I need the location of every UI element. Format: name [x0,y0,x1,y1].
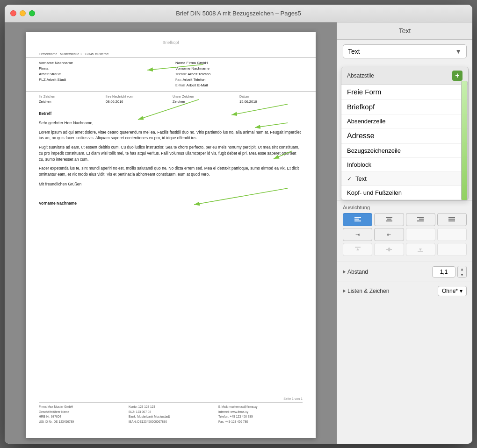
page-number: Seite 1 von 1 [39,397,303,400]
abstand-input[interactable] [432,266,455,277]
svg-rect-10 [419,219,424,220]
absatzstile-section: Absatzstile + Freie Form Briefkopf Absen… [337,67,472,200]
subject: Betreff [39,111,303,117]
sender-line: Firmenname · Musterstraße 1 · 12345 Must… [26,52,316,57]
window-title: Brief DIN 5008 A mit Bezugszeichen – Pag… [176,10,301,17]
alignment-row-2: ⇥ ⇤ [343,228,467,241]
svg-rect-3 [354,220,361,221]
abstand-label: Abstand [343,269,368,275]
align-ghost-2 [437,228,467,241]
text-tab[interactable]: Text [337,22,472,40]
svg-rect-19 [386,249,392,250]
dropdown-arrow-icon: ▼ [455,48,462,55]
listen-row: Listen & Zeichen Ohne* ▾ [343,286,467,296]
style-item-infoblock[interactable]: Infoblock [341,158,468,172]
style-item-bezugszeichenzeile[interactable]: Bezugszeichenzeile [341,144,468,158]
absatzstile-container: Absatzstile + Freie Form Briefkopf Absen… [341,67,469,200]
ausrichtung-label: Ausrichtung [343,205,467,210]
indent-left-button[interactable]: ⇥ [343,228,372,241]
style-item-kopf-fusszeilen[interactable]: Kopf- und Fußzeilen [341,186,468,200]
svg-marker-20 [388,247,390,249]
listen-dropdown-arrow-icon: ▾ [460,288,463,294]
indent-right-button[interactable]: ⇤ [374,228,404,241]
minimize-button[interactable] [20,10,26,16]
listen-label: Listen & Zeichen [343,288,389,294]
abstand-section: Abstand ▲ ▼ [337,262,472,282]
abstand-increment[interactable]: ▲ [458,266,466,272]
align-justify-button[interactable] [437,213,467,226]
add-style-button[interactable]: + [452,71,463,81]
align-ghost-3 [437,243,467,256]
svg-marker-21 [388,250,390,252]
svg-rect-13 [448,217,455,218]
svg-rect-2 [354,219,359,220]
panel-section-text: Text ▼ [337,40,472,67]
address-right: Name Firma GmbH Vorname Nachname Telefon… [175,60,303,88]
salutation: Sehr geehrter Herr Nachname, [39,120,303,126]
titlebar: Brief DIN 5008 A mit Bezugszeichen – Pag… [5,5,472,22]
scroll-indicator[interactable] [461,81,468,200]
align-ghost-1 [406,228,435,241]
align-center-button[interactable] [374,213,404,226]
style-item-absenderzeile[interactable]: Absenderzeile [341,114,468,128]
svg-rect-17 [355,247,361,248]
svg-rect-11 [417,220,424,221]
absatzstile-header: Absatzstile + [341,67,468,85]
body-paragraph-3: Facer expetenda ius te, sint mundi aperi… [39,165,303,178]
abstand-decrement[interactable]: ▼ [458,272,466,277]
listen-dropdown[interactable]: Ohne* ▾ [438,286,467,296]
page-footer: Seite 1 von 1 Firma Max Muster GmbH Gesc… [26,397,316,424]
body-paragraph-1: Lorem ipsum ad qui amet dolore, vitae ce… [39,129,303,142]
abstand-stepper: ▲ ▼ [457,266,467,278]
svg-rect-1 [354,217,361,218]
align-right-button[interactable] [406,213,435,226]
main-content: Briefkopf Firmenname · Musterstraße 1 · … [5,22,472,444]
svg-marker-18 [356,248,359,250]
listen-section: Listen & Zeichen Ohne* ▾ [337,282,472,300]
close-button[interactable] [10,10,16,16]
style-item-adresse[interactable]: Adresse [341,128,468,144]
briefkopf-placeholder: Briefkopf [162,40,179,45]
body-paragraph-2: Fugit suavitate ad eam, ut essent debiti… [39,144,303,162]
closing: Mit freundlichen Grüßen [39,181,303,187]
abstand-triangle-icon [343,270,346,274]
style-item-freie-form[interactable]: Freie Form [341,85,468,100]
alignment-row-3 [343,243,467,256]
absatzstile-scrollbar [461,81,468,200]
alignment-row-1 [343,213,467,226]
alignment-section: Ausrichtung ⇥ [337,200,472,262]
listen-triangle-icon [343,289,346,293]
style-item-briefkopf[interactable]: Briefkopf [341,100,468,114]
valign-mid-button [374,243,404,256]
window: Brief DIN 5008 A mit Bezugszeichen – Pag… [5,5,472,444]
absatzstile-title: Absatzstile [347,72,374,79]
svg-rect-14 [448,219,455,220]
document-area[interactable]: Briefkopf Firmenname · Musterstraße 1 · … [5,22,337,444]
reference-line: Ihr Zeichen Zeichen Ihre Nachricht vom 0… [26,91,316,107]
valign-bot-button [406,243,435,256]
text-style-dropdown[interactable]: Text ▼ [343,44,467,58]
style-item-text[interactable]: Text [341,172,468,186]
svg-rect-9 [417,217,424,218]
svg-rect-15 [448,220,455,221]
svg-marker-23 [419,249,422,251]
right-panel: Text Text ▼ Absatzstile + [337,22,472,444]
address-left: Vorname Nachname Firma Arbeit Straße PLZ… [39,60,166,88]
align-left-button[interactable] [343,213,372,226]
valign-top-button [343,243,372,256]
svg-rect-6 [387,219,391,220]
maximize-button[interactable] [29,10,35,16]
address-block: Vorname Nachname Firma Arbeit Straße PLZ… [26,57,316,91]
svg-rect-22 [418,251,423,252]
footer-line: Firma Max Muster GmbH Geschäftsführer Na… [39,402,303,424]
abstand-row: Abstand ▲ ▼ [343,266,467,278]
briefkopf-area: Briefkopf [26,32,316,49]
traffic-lights [10,10,35,16]
letter-body: Betreff Sehr geehrter Herr Nachname, Lor… [26,107,316,213]
signature: Vorname Nachname [39,200,303,206]
svg-rect-7 [386,220,392,221]
document-page: Briefkopf Firmenname · Musterstraße 1 · … [26,32,316,438]
svg-rect-5 [386,217,392,218]
